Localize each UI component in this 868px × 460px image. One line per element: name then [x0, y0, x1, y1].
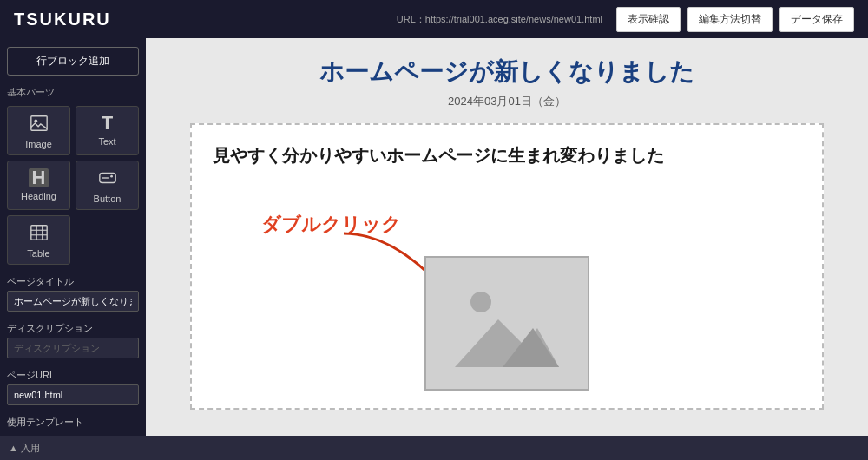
svg-point-3 — [110, 175, 113, 178]
template-label: 使用テンプレート — [7, 416, 139, 429]
part-heading[interactable]: H Heading — [7, 161, 70, 210]
part-table-label: Table — [27, 248, 49, 259]
svg-rect-5 — [30, 226, 46, 240]
svg-point-1 — [34, 119, 37, 122]
description-label: ディスクリプション — [7, 322, 139, 335]
svg-rect-0 — [30, 116, 46, 131]
page-url-label: ページURL — [7, 369, 139, 382]
part-text-label: Text — [98, 136, 115, 147]
page-title-display: ホームページが新しくなりました — [319, 56, 694, 89]
header-actions: URL：https://trial001.aceg.site/news/new0… — [397, 7, 854, 32]
page-title-field-section: ページタイトル — [7, 275, 139, 312]
content-block[interactable]: 見やすく分かりやすいホームページに生まれ変わりました ダブルクリック — [190, 123, 824, 410]
page-title-label: ページタイトル — [7, 275, 139, 288]
template-field-section: 使用テンプレート — [7, 416, 139, 431]
image-placeholder[interactable] — [424, 256, 589, 391]
main-layout: 行ブロック追加 基本パーツ Image T Text — [0, 38, 868, 436]
description-field-section: ディスクリプション — [7, 322, 139, 358]
part-button-label: Button — [94, 194, 122, 204]
block-heading-text: 見やすく分かりやすいホームページに生まれ変わりました — [213, 142, 801, 168]
bottom-bar: ▲ 入用 — [0, 436, 868, 460]
page-title-input[interactable] — [7, 291, 139, 312]
bottom-bar-label: ▲ 入用 — [9, 442, 40, 455]
text-icon: T — [102, 114, 113, 133]
page-url-input[interactable] — [7, 384, 139, 405]
button-icon — [98, 168, 117, 190]
part-table[interactable]: Table — [7, 215, 70, 265]
save-button[interactable]: データ保存 — [779, 7, 854, 32]
toggle-edit-button[interactable]: 編集方法切替 — [687, 7, 773, 32]
basic-parts-label: 基本パーツ — [7, 86, 139, 99]
part-heading-label: Heading — [21, 191, 56, 201]
part-button[interactable]: Button — [76, 161, 139, 210]
app-logo: TSUKURU — [14, 10, 111, 30]
part-text[interactable]: T Text — [76, 106, 139, 155]
header: TSUKURU URL：https://trial001.aceg.site/n… — [0, 0, 868, 38]
content-area: ホームページが新しくなりました 2024年03月01日（金） 見やすく分かりやす… — [146, 38, 868, 436]
description-input[interactable] — [7, 338, 139, 358]
page-url-display: URL：https://trial001.aceg.site/news/new0… — [397, 13, 602, 26]
sidebar: 行ブロック追加 基本パーツ Image T Text — [0, 38, 146, 436]
part-image[interactable]: Image — [7, 106, 70, 155]
placeholder-image-icon — [455, 280, 559, 367]
page-date-display: 2024年03月01日（金） — [448, 94, 566, 109]
table-icon — [30, 223, 49, 245]
part-image-label: Image — [25, 139, 52, 149]
image-icon — [30, 114, 49, 135]
page-url-field-section: ページURL — [7, 369, 139, 405]
preview-button[interactable]: 表示確認 — [616, 7, 681, 32]
add-block-button[interactable]: 行ブロック追加 — [7, 47, 139, 76]
svg-point-12 — [470, 292, 491, 312]
heading-icon: H — [29, 168, 49, 187]
parts-grid: Image T Text H Heading — [7, 106, 139, 265]
